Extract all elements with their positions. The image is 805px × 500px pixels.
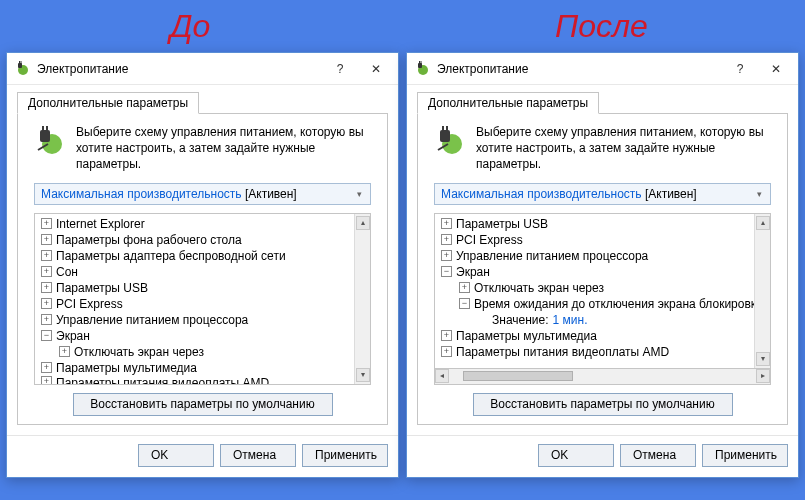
expand-icon[interactable]: + xyxy=(41,218,52,229)
tree-node[interactable]: +PCI Express xyxy=(35,296,354,312)
scroll-up-icon[interactable]: ▴ xyxy=(756,216,770,230)
tree-node[interactable]: +Управление питанием процессора xyxy=(435,248,754,264)
tree-node[interactable]: +Параметры адаптера беспроводной сети xyxy=(35,248,354,264)
tab-additional-params[interactable]: Дополнительные параметры xyxy=(17,92,199,114)
header-after-label: После xyxy=(555,8,648,45)
tree-node[interactable]: −Время ожидания до отключения экрана бло… xyxy=(435,296,754,312)
titlebar: Электропитание ? ✕ xyxy=(407,53,798,85)
tree-node[interactable]: +Параметры мультимедиа xyxy=(435,328,754,344)
tree-node[interactable]: −Экран xyxy=(435,264,754,280)
collapse-icon[interactable]: − xyxy=(441,266,452,277)
expand-icon[interactable]: + xyxy=(41,362,52,373)
vertical-scrollbar[interactable]: ▴ ▾ xyxy=(354,214,370,384)
collapse-icon[interactable]: − xyxy=(459,298,470,309)
help-button[interactable]: ? xyxy=(322,55,358,83)
scroll-left-icon[interactable]: ◂ xyxy=(435,369,449,383)
power-icon xyxy=(415,61,431,77)
scroll-right-icon[interactable]: ▸ xyxy=(756,369,770,383)
vertical-scrollbar[interactable]: ▴ ▾ xyxy=(754,214,770,368)
tree-node[interactable]: +Сон xyxy=(35,264,354,280)
ok-button[interactable]: OK xyxy=(138,444,214,467)
plan-status: [Активен] xyxy=(245,187,297,201)
tree-node-label: Параметры USB xyxy=(456,217,548,231)
cancel-button[interactable]: Отмена xyxy=(220,444,296,467)
tree-node-label: Управление питанием процессора xyxy=(56,313,248,327)
expand-icon[interactable]: + xyxy=(41,250,52,261)
tree-node[interactable]: +Параметры мультимедиа xyxy=(35,360,354,376)
expand-icon[interactable]: + xyxy=(41,266,52,277)
expand-icon[interactable]: + xyxy=(441,330,452,341)
dialog-button-row: OK Отмена Применить xyxy=(407,435,798,477)
expand-icon[interactable]: + xyxy=(441,234,452,245)
horizontal-scrollbar[interactable]: ◂ ▸ xyxy=(434,369,771,385)
tree-node-label: Параметры фона рабочего стола xyxy=(56,233,242,247)
expand-icon[interactable]: + xyxy=(41,234,52,245)
tab-additional-params[interactable]: Дополнительные параметры xyxy=(417,92,599,114)
svg-rect-14 xyxy=(442,126,444,131)
tree-node[interactable]: +PCI Express xyxy=(435,232,754,248)
ok-button[interactable]: OK xyxy=(538,444,614,467)
plan-dropdown[interactable]: Максимальная производительность [Активен… xyxy=(34,183,371,205)
tree-node-label: Параметры мультимедиа xyxy=(56,361,197,375)
tree-node[interactable]: Значение:1 мин. xyxy=(435,312,754,328)
tree-node[interactable]: +Параметры питания видеоплаты AMD xyxy=(35,376,354,384)
intro-text: Выберите схему управления питанием, кото… xyxy=(476,124,771,173)
tree-node-label: Управление питанием процессора xyxy=(456,249,648,263)
expand-icon[interactable]: + xyxy=(41,298,52,309)
close-button[interactable]: ✕ xyxy=(758,55,794,83)
scroll-up-icon[interactable]: ▴ xyxy=(356,216,370,230)
svg-rect-2 xyxy=(19,61,20,64)
expand-icon[interactable]: + xyxy=(59,346,70,357)
chevron-down-icon: ▾ xyxy=(353,189,366,199)
tree-node-label: PCI Express xyxy=(56,297,123,311)
tree-node[interactable]: +Отключать экран через xyxy=(35,344,354,360)
plan-status: [Активен] xyxy=(645,187,697,201)
restore-defaults-button[interactable]: Восстановить параметры по умолчанию xyxy=(473,393,733,416)
tree-node-label: Отключать экран через xyxy=(474,281,604,295)
tree-node[interactable]: −Экран xyxy=(35,328,354,344)
cancel-button[interactable]: Отмена xyxy=(620,444,696,467)
help-button[interactable]: ? xyxy=(722,55,758,83)
tree-node[interactable]: +Internet Explorer xyxy=(35,216,354,232)
scroll-down-icon[interactable]: ▾ xyxy=(356,368,370,382)
restore-defaults-button[interactable]: Восстановить параметры по умолчанию xyxy=(73,393,333,416)
expand-icon[interactable]: + xyxy=(41,314,52,325)
tree-node[interactable]: +Параметры USB xyxy=(435,216,754,232)
tree-node[interactable]: +Отключать экран через xyxy=(435,280,754,296)
collapse-icon[interactable]: − xyxy=(41,330,52,341)
settings-tree[interactable]: +Параметры USB+PCI Express+Управление пи… xyxy=(434,213,771,369)
chevron-down-icon: ▾ xyxy=(753,189,766,199)
dialog-button-row: OK Отмена Применить xyxy=(7,435,398,477)
power-icon xyxy=(15,61,31,77)
window-title: Электропитание xyxy=(37,62,322,76)
window-title: Электропитание xyxy=(437,62,722,76)
close-button[interactable]: ✕ xyxy=(358,55,394,83)
tab-panel: Выберите схему управления питанием, кото… xyxy=(417,113,788,425)
tab-panel: Выберите схему управления питанием, кото… xyxy=(17,113,388,425)
header-before-label: До xyxy=(170,8,210,45)
svg-rect-13 xyxy=(440,130,450,142)
tree-node[interactable]: +Параметры фона рабочего стола xyxy=(35,232,354,248)
apply-button[interactable]: Применить xyxy=(702,444,788,467)
tree-node-label: Экран xyxy=(56,329,90,343)
plan-dropdown[interactable]: Максимальная производительность [Активен… xyxy=(434,183,771,205)
expand-icon[interactable]: + xyxy=(41,282,52,293)
apply-button[interactable]: Применить xyxy=(302,444,388,467)
tree-node[interactable]: +Параметры USB xyxy=(35,280,354,296)
expand-icon[interactable]: + xyxy=(441,346,452,357)
expand-icon[interactable]: + xyxy=(459,282,470,293)
expand-icon[interactable]: + xyxy=(441,250,452,261)
plan-name-link[interactable]: Максимальная производительность xyxy=(41,187,242,201)
expand-icon[interactable]: + xyxy=(441,218,452,229)
plan-name-link[interactable]: Максимальная производительность xyxy=(441,187,642,201)
settings-tree[interactable]: +Internet Explorer+Параметры фона рабоче… xyxy=(34,213,371,385)
scroll-down-icon[interactable]: ▾ xyxy=(756,352,770,366)
svg-rect-5 xyxy=(40,130,50,142)
svg-rect-7 xyxy=(46,126,48,131)
tree-node[interactable]: +Параметры питания видеоплаты AMD xyxy=(435,344,754,360)
battery-icon xyxy=(434,124,466,156)
scrollbar-thumb[interactable] xyxy=(463,371,573,381)
tree-node-value[interactable]: 1 мин. xyxy=(553,313,588,327)
tree-node[interactable]: +Управление питанием процессора xyxy=(35,312,354,328)
expand-icon[interactable]: + xyxy=(41,376,52,384)
